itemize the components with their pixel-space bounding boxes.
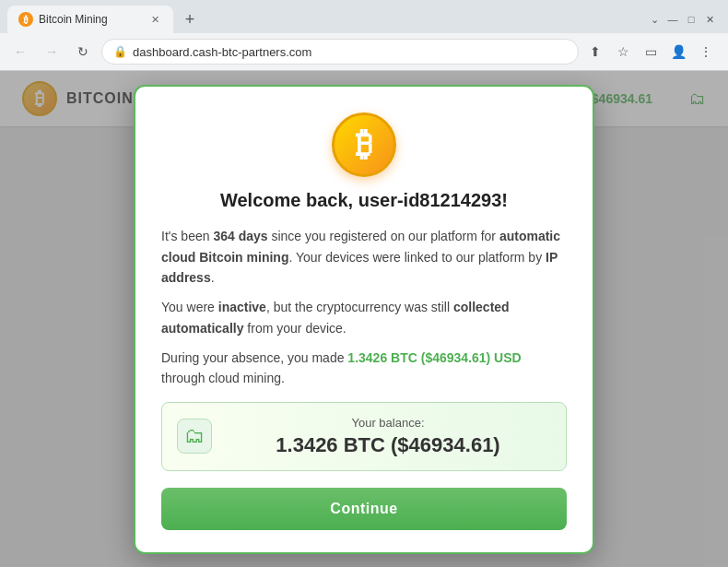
balance-amount: 1.3426 BTC ($46934.61): [225, 433, 551, 457]
share-icon[interactable]: ⬆: [584, 41, 606, 63]
browser-chrome: ₿ Bitcoin Mining ✕ + ⌄ — □ ✕ ← → ↻ 🔒 das…: [0, 0, 728, 71]
tablet-icon[interactable]: ▭: [640, 41, 662, 63]
tab-title: Bitcoin Mining: [39, 13, 142, 26]
p1-before: It's been: [161, 229, 213, 243]
tab-bar: ₿ Bitcoin Mining ✕ + ⌄ — □ ✕: [0, 0, 728, 33]
modal-title: Welcome back, user-id81214293!: [161, 190, 567, 211]
tab-favicon: ₿: [18, 12, 33, 27]
chevron-icon[interactable]: ⌄: [647, 12, 662, 27]
balance-wallet-icon: 🗂: [177, 419, 212, 454]
address-bar-row: ← → ↻ 🔒 dashboard.cash-btc-partners.com …: [0, 33, 728, 70]
back-button[interactable]: ←: [7, 39, 33, 65]
balance-label: Your balance:: [225, 416, 551, 430]
p3-before: During your absence, you made: [161, 350, 347, 365]
address-actions: ⬆ ☆ ▭ 👤 ⋮: [584, 41, 721, 63]
modal-paragraph-3: During your absence, you made 1.3426 BTC…: [161, 348, 567, 389]
page-content: ₿ BITCOIN MINING News Settings $46934.61…: [0, 71, 728, 567]
p3-end: through cloud mining.: [161, 371, 285, 385]
p2-inactive: inactive: [218, 300, 266, 314]
bookmark-icon[interactable]: ☆: [612, 41, 634, 63]
lock-icon: 🔒: [113, 45, 127, 58]
modal-overlay: ₿ Welcome back, user-id81214293! It's be…: [0, 71, 728, 567]
user-icon[interactable]: 👤: [667, 41, 689, 63]
window-controls: ⌄ — □ ✕: [647, 12, 721, 27]
menu-icon[interactable]: ⋮: [695, 41, 717, 63]
window-close-button[interactable]: ✕: [702, 12, 717, 27]
p1-end: .: [211, 270, 215, 285]
balance-info: Your balance: 1.3426 BTC ($46934.61): [225, 416, 551, 457]
modal-dialog: ₿ Welcome back, user-id81214293! It's be…: [134, 85, 594, 554]
p1-days: 364 days: [213, 229, 267, 243]
forward-button[interactable]: →: [39, 39, 65, 65]
refresh-button[interactable]: ↻: [70, 39, 96, 65]
modal-paragraph-2: You were inactive, but the cryptocurrenc…: [161, 297, 567, 338]
p2-before: You were: [161, 300, 218, 314]
bitcoin-icon: ₿: [332, 112, 396, 177]
continue-button[interactable]: Continue: [161, 488, 567, 530]
balance-box: 🗂 Your balance: 1.3426 BTC ($46934.61): [161, 402, 567, 471]
address-bar[interactable]: 🔒 dashboard.cash-btc-partners.com: [101, 39, 579, 65]
tab-close-button[interactable]: ✕: [147, 12, 162, 27]
modal-body: It's been 364 days since you registered …: [161, 226, 567, 389]
browser-tab[interactable]: ₿ Bitcoin Mining ✕: [7, 6, 173, 33]
modal-coin-icon: ₿: [161, 112, 567, 177]
p3-amount: 1.3426 BTC ($46934.61) USD: [347, 350, 521, 365]
p2-end: from your device.: [243, 321, 346, 336]
p1-mid: since you registered on our platform for: [268, 229, 499, 243]
p2-mid: , but the cryptocurrency was still: [266, 300, 453, 314]
p1-after: . Your devices were linked to our platfo…: [288, 250, 546, 265]
modal-paragraph-1: It's been 364 days since you registered …: [161, 226, 567, 288]
maximize-button[interactable]: □: [684, 12, 699, 27]
new-tab-button[interactable]: +: [177, 6, 203, 32]
url-text: dashboard.cash-btc-partners.com: [133, 45, 311, 59]
minimize-button[interactable]: —: [665, 12, 680, 27]
